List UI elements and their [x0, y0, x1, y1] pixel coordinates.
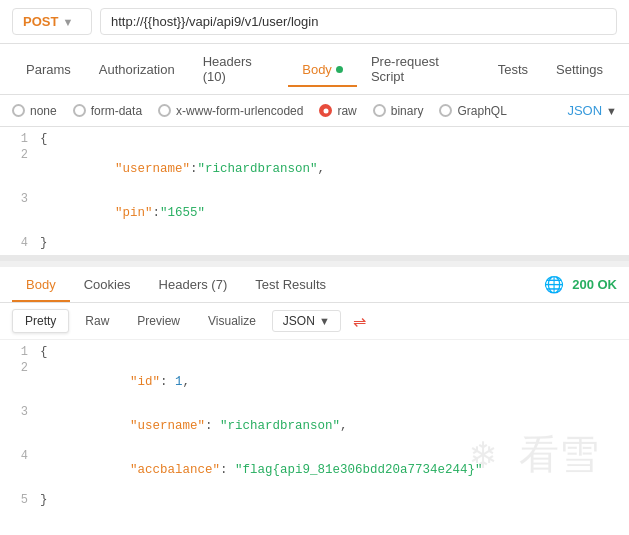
resp-line-2: 2 "id": 1,: [0, 360, 629, 404]
resp-line-3: 3 "username": "richardbranson",: [0, 404, 629, 448]
tab-authorization[interactable]: Authorization: [85, 52, 189, 87]
radio-binary[interactable]: binary: [373, 104, 424, 118]
radio-none[interactable]: none: [12, 104, 57, 118]
response-code-editor[interactable]: 1 { 2 "id": 1, 3 "username": "richardbra…: [0, 340, 629, 512]
radio-urlencoded[interactable]: x-www-form-urlencoded: [158, 104, 303, 118]
resp-line-4: 4 "accbalance": "flag{api9_81e306bdd20a7…: [0, 448, 629, 492]
radio-circle-raw: [319, 104, 332, 117]
fmt-tab-visualize[interactable]: Visualize: [196, 310, 268, 332]
radio-raw[interactable]: raw: [319, 104, 356, 118]
request-code-editor[interactable]: 1 { 2 "username":"richardbranson", 3 "pi…: [0, 127, 629, 261]
radio-circle-urlencoded: [158, 104, 171, 117]
radio-circle-binary: [373, 104, 386, 117]
resp-line-5: 5 }: [0, 492, 629, 508]
req-line-1: 1 {: [0, 131, 629, 147]
response-tabs: Body Cookies Headers (7) Test Results 🌐 …: [0, 267, 629, 303]
tab-settings[interactable]: Settings: [542, 52, 617, 87]
radio-form-data[interactable]: form-data: [73, 104, 142, 118]
req-line-4: 4 }: [0, 235, 629, 251]
tab-pre-request[interactable]: Pre-request Script: [357, 44, 484, 94]
url-bar: POST ▼: [0, 0, 629, 44]
url-input[interactable]: [100, 8, 617, 35]
body-dot-indicator: [336, 66, 343, 73]
response-format-select[interactable]: JSON ▼: [272, 310, 341, 332]
resp-tab-test-results[interactable]: Test Results: [241, 267, 340, 302]
status-code: 200 OK: [572, 277, 617, 292]
wrap-icon[interactable]: ⇌: [353, 312, 366, 331]
method-chevron-icon: ▼: [62, 16, 73, 28]
response-section: Body Cookies Headers (7) Test Results 🌐 …: [0, 267, 629, 512]
json-chevron-icon: ▼: [606, 105, 617, 117]
fmt-tab-preview[interactable]: Preview: [125, 310, 192, 332]
tab-tests[interactable]: Tests: [484, 52, 542, 87]
globe-icon: 🌐: [544, 275, 564, 294]
tab-params[interactable]: Params: [12, 52, 85, 87]
resp-line-1: 1 {: [0, 344, 629, 360]
method-select[interactable]: POST ▼: [12, 8, 92, 35]
json-format-dropdown[interactable]: JSON ▼: [567, 103, 617, 118]
radio-circle-form-data: [73, 104, 86, 117]
radio-graphql[interactable]: GraphQL: [439, 104, 506, 118]
format-chevron-icon: ▼: [319, 315, 330, 327]
request-tabs: Params Authorization Headers (10) Body P…: [0, 44, 629, 95]
fmt-tab-raw[interactable]: Raw: [73, 310, 121, 332]
fmt-tab-pretty[interactable]: Pretty: [12, 309, 69, 333]
format-tabs-row: Pretty Raw Preview Visualize JSON ▼ ⇌: [0, 303, 629, 340]
resp-tab-body[interactable]: Body: [12, 267, 70, 302]
resp-tab-headers[interactable]: Headers (7): [145, 267, 242, 302]
resp-tab-cookies[interactable]: Cookies: [70, 267, 145, 302]
tab-body[interactable]: Body: [288, 52, 357, 87]
method-label: POST: [23, 14, 58, 29]
radio-circle-graphql: [439, 104, 452, 117]
req-line-3: 3 "pin":"1655": [0, 191, 629, 235]
tab-headers[interactable]: Headers (10): [189, 44, 289, 94]
response-status: 🌐 200 OK: [544, 275, 617, 294]
body-type-row: none form-data x-www-form-urlencoded raw…: [0, 95, 629, 127]
radio-circle-none: [12, 104, 25, 117]
req-line-2: 2 "username":"richardbranson",: [0, 147, 629, 191]
